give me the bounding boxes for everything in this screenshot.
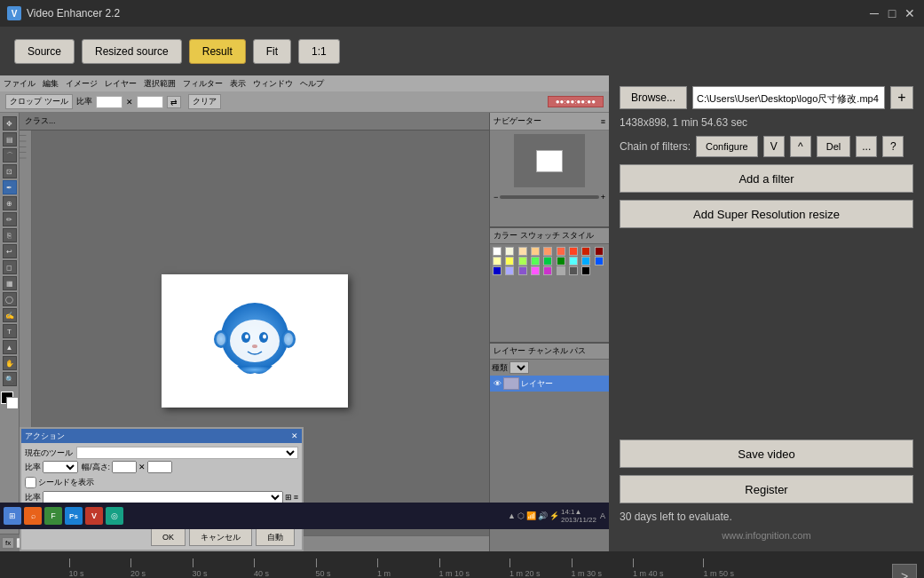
close-button[interactable]: ✕ — [903, 6, 917, 20]
source-button[interactable]: Source — [14, 39, 75, 64]
swatch-white[interactable] — [493, 247, 501, 256]
browse-button[interactable]: Browse... — [620, 86, 687, 109]
ps-tool-shape[interactable]: ▲ — [3, 340, 17, 354]
ps-dialog-close[interactable]: ✕ — [291, 432, 298, 440]
swatch-dark-blue[interactable] — [493, 266, 501, 275]
swatch-red-orange[interactable] — [557, 247, 565, 256]
swatch-gray[interactable] — [557, 266, 565, 275]
chain-help-button[interactable]: ? — [882, 136, 904, 157]
ps-tool-move[interactable]: ✥ — [3, 116, 17, 131]
register-button[interactable]: Register — [620, 475, 913, 503]
chain-more-button[interactable]: ... — [856, 136, 877, 157]
minimize-button[interactable]: ─ — [867, 6, 881, 20]
ps-histogram-menu[interactable]: ≡ — [601, 117, 605, 126]
add-super-resolution-button[interactable]: Add Super Resolution resize — [620, 200, 913, 228]
ps-menu-edit[interactable]: 編集 — [43, 78, 59, 90]
swatch-purple-dark[interactable] — [543, 266, 552, 275]
swatch-lavender[interactable] — [505, 266, 514, 275]
add-file-button[interactable]: + — [890, 86, 913, 109]
ps-dialog-width-input[interactable] — [112, 461, 137, 473]
ps-dialog-ratio-select[interactable] — [43, 461, 78, 473]
ps-nav-zoom-out[interactable]: − — [494, 193, 498, 202]
ps-tool-pen[interactable]: ✍ — [3, 308, 17, 322]
ps-option-swap[interactable]: ⇄ — [167, 96, 181, 108]
ps-tool-select[interactable]: ▤ — [3, 132, 17, 146]
ps-nav-zoom-in[interactable]: + — [601, 193, 605, 202]
ps-menu-select[interactable]: 選択範囲 — [144, 78, 176, 90]
swatch-green-light[interactable] — [531, 257, 540, 265]
tray-up-icon[interactable]: ▲ — [508, 511, 516, 520]
swatch-yellow-light[interactable] — [493, 257, 501, 265]
taskbar-browser-icon[interactable]: ◎ — [106, 507, 123, 525]
timeline-forward-button[interactable]: > — [892, 564, 917, 579]
ps-tool-eyedrop[interactable]: ✒ — [3, 180, 17, 194]
ps-tool-blur[interactable]: ◯ — [3, 292, 17, 306]
ps-tool-zoom[interactable]: 🔍 — [3, 372, 17, 386]
taskbar-search-icon[interactable]: ⌕ — [24, 507, 42, 525]
ps-option-clear[interactable]: クリア — [188, 94, 221, 109]
ps-menu-view[interactable]: 表示 — [230, 78, 246, 90]
ps-bg-color[interactable] — [6, 397, 19, 409]
ps-menu-file[interactable]: ファイル — [4, 78, 36, 90]
ps-nav-zoom-slider[interactable] — [500, 195, 598, 199]
ps-tool-text[interactable]: T — [3, 324, 17, 338]
resized-source-button[interactable]: Resized source — [82, 39, 182, 64]
ps-option-input1[interactable] — [96, 96, 122, 108]
swatch-blue-light[interactable] — [581, 257, 590, 265]
swatch-yellow-green[interactable] — [518, 257, 527, 265]
ps-dialog-apply-btn[interactable]: 自動 — [256, 528, 295, 546]
one-to-one-button[interactable]: 1:1 — [298, 39, 340, 64]
ps-tool-brush[interactable]: ✏ — [3, 212, 17, 226]
swatch-magenta[interactable] — [531, 266, 540, 275]
ps-menu-image[interactable]: イメージ — [66, 78, 98, 90]
swatch-maroon[interactable] — [595, 247, 604, 256]
ps-dialog-height-input[interactable] — [147, 461, 172, 473]
ps-layer-eye-icon[interactable]: 👁 — [494, 379, 501, 388]
taskbar-ve-icon[interactable]: V — [85, 507, 103, 525]
ps-canvas-document[interactable] — [162, 274, 348, 408]
ps-option-input2[interactable] — [137, 96, 163, 108]
ps-dialog-ok-btn[interactable]: OK — [151, 528, 186, 546]
ps-tool-eraser[interactable]: ◻ — [3, 260, 17, 274]
ps-tool-hand[interactable]: ✋ — [3, 356, 17, 370]
swatch-red[interactable] — [569, 247, 578, 256]
ps-tool-lasso[interactable]: ⌒ — [3, 148, 17, 162]
ps-dialog-overlay-icon[interactable]: ⊞ — [285, 493, 292, 502]
swatch-yellow[interactable] — [505, 257, 514, 265]
ps-dialog-checkbox1[interactable] — [25, 477, 36, 488]
swatch-dark-gray[interactable] — [569, 266, 578, 275]
swatch-dark-green[interactable] — [557, 257, 565, 265]
swatch-blue[interactable] — [595, 257, 604, 265]
swatch-peach[interactable] — [518, 247, 527, 256]
ps-doc-tab[interactable]: クラス... — [20, 113, 489, 131]
ps-tool-history[interactable]: ↩ — [3, 244, 17, 258]
taskbar-ps-icon[interactable]: Ps — [65, 507, 83, 525]
ps-tool-gradient[interactable]: ▦ — [3, 276, 17, 290]
ps-tool-stamp[interactable]: ⎘ — [3, 228, 17, 242]
swatch-black[interactable] — [581, 266, 590, 275]
ps-tool-crop[interactable]: ⊡ — [3, 164, 17, 178]
taskbar-windows-icon[interactable]: ⊞ — [4, 507, 21, 525]
fit-button[interactable]: Fit — [253, 39, 291, 64]
ps-dialog-overlay-icon2[interactable]: ≡ — [294, 493, 298, 502]
chain-v-button[interactable]: V — [763, 136, 785, 157]
swatch-orange[interactable] — [543, 247, 552, 256]
ps-dialog-cancel-btn[interactable]: キャンセル — [189, 528, 252, 546]
result-button[interactable]: Result — [189, 39, 246, 64]
swatch-beige[interactable] — [505, 247, 514, 256]
taskbar-files-icon[interactable]: F — [44, 507, 62, 525]
ps-layer-active[interactable]: 👁 レイヤー — [490, 376, 609, 392]
chain-up-button[interactable]: ^ — [790, 136, 811, 157]
swatch-green[interactable] — [543, 257, 552, 265]
ps-tool-heal[interactable]: ⊕ — [3, 196, 17, 210]
ps-menu-filter[interactable]: フィルター — [183, 78, 223, 90]
tray-ime[interactable]: A — [600, 511, 605, 520]
save-video-button[interactable]: Save video — [620, 439, 913, 468]
swatch-purple[interactable] — [518, 266, 527, 275]
swatch-cyan[interactable] — [569, 257, 578, 265]
ps-layer-filter-select[interactable] — [509, 361, 529, 374]
add-filter-button[interactable]: Add a filter — [620, 164, 913, 193]
configure-button[interactable]: Configure — [696, 136, 758, 157]
ps-menu-window[interactable]: ウィンドウ — [253, 78, 293, 90]
ps-menu-help[interactable]: ヘルプ — [300, 78, 324, 90]
